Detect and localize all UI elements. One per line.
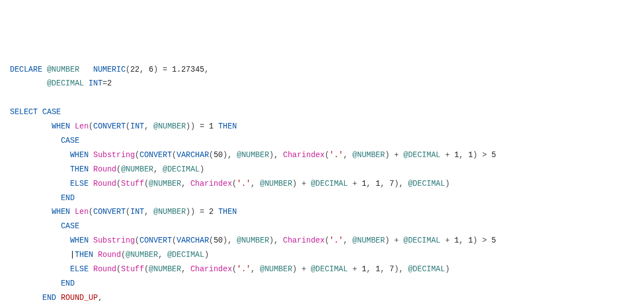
type: INT: [130, 207, 144, 216]
type: INT: [130, 122, 144, 131]
number: 22: [130, 65, 139, 74]
function: Substring: [93, 150, 135, 159]
punct: ,: [274, 236, 278, 245]
code-line: END ROUND_UP,: [10, 293, 102, 301]
type: CONVERT: [139, 236, 172, 245]
variable: @DECIMAL: [47, 79, 84, 88]
keyword: END: [61, 279, 74, 288]
keyword: WHEN: [70, 236, 89, 245]
code-line: WHEN Len(CONVERT(INT, @NUMBER)) = 1 THEN: [10, 122, 237, 131]
variable: @NUMBER: [154, 122, 186, 131]
number: 6: [149, 65, 153, 74]
type: INT: [89, 79, 102, 88]
number: 5: [491, 236, 496, 245]
punct: +: [353, 179, 357, 188]
type: NUMERIC: [93, 65, 126, 74]
punct: (: [135, 236, 139, 245]
code-line: WHEN Substring(CONVERT(VARCHAR(50), @NUM…: [10, 150, 496, 159]
punct: ): [293, 265, 297, 273]
punct: (: [144, 179, 149, 188]
punct: (: [116, 165, 121, 174]
keyword: ELSE: [70, 265, 89, 273]
punct: (: [324, 150, 329, 159]
type: VARCHAR: [176, 236, 209, 245]
variable: @DECIMAL: [167, 250, 204, 259]
punct: ,: [251, 265, 255, 273]
code-line: DECLARE @NUMBER NUMERIC(22, 6) = 1.27345…: [10, 65, 209, 74]
punct: ,: [153, 165, 158, 174]
punct: ,: [144, 122, 149, 131]
punct: ,: [380, 265, 385, 273]
keyword: CASE: [61, 222, 79, 230]
variable: @NUMBER: [353, 150, 385, 159]
function: Stuff: [121, 265, 144, 273]
code-line: END: [10, 279, 75, 288]
punct: ): [191, 207, 195, 216]
punct: ): [223, 236, 228, 245]
identifier: ROUND_UP: [61, 293, 98, 301]
punct: ,: [204, 65, 209, 74]
number: 1.27345: [172, 65, 204, 74]
punct: ,: [459, 150, 463, 159]
punct: ,: [144, 207, 149, 216]
punct: ): [385, 150, 389, 159]
code-block: DECLARE @NUMBER NUMERIC(22, 6) = 1.27345…: [10, 63, 634, 301]
variable: @DECIMAL: [311, 265, 348, 273]
punct: >: [482, 150, 486, 159]
type: CONVERT: [93, 207, 126, 216]
punct: (: [121, 250, 126, 259]
punct: ): [293, 179, 297, 188]
function: Stuff: [121, 179, 144, 188]
number: 1: [362, 179, 366, 188]
punct: (: [89, 207, 93, 216]
punct: (: [324, 236, 329, 245]
punct: ,: [380, 179, 385, 188]
punct: ,: [228, 236, 232, 245]
punct: +: [445, 150, 450, 159]
code-line: WHEN Substring(CONVERT(VARCHAR(50), @NUM…: [10, 236, 496, 245]
punct: (: [89, 122, 93, 131]
punct: ): [154, 65, 158, 74]
function: Charindex: [283, 150, 325, 159]
number: 1: [454, 150, 459, 159]
punct: ): [473, 236, 477, 245]
keyword: THEN: [70, 165, 89, 174]
variable: @DECIMAL: [408, 179, 445, 188]
keyword: THEN: [75, 250, 94, 259]
variable: @DECIMAL: [403, 150, 440, 159]
punct: =: [200, 207, 204, 216]
punct: (: [232, 265, 236, 273]
function: Round: [93, 179, 116, 188]
keyword: WHEN: [52, 122, 71, 131]
punct: ): [186, 207, 190, 216]
keyword: DECLARE: [10, 65, 42, 74]
keyword: END: [61, 194, 74, 202]
punct: ): [385, 236, 389, 245]
punct: ): [200, 165, 204, 174]
punct: >: [482, 236, 486, 245]
variable: @NUMBER: [149, 265, 181, 273]
code-line: @DECIMAL INT=2: [10, 79, 112, 88]
punct: ,: [98, 293, 102, 301]
punct: ): [473, 150, 477, 159]
code-line: THEN Round(@NUMBER, @DECIMAL): [10, 165, 204, 174]
punct: ,: [181, 265, 186, 273]
variable: @NUMBER: [47, 65, 79, 74]
function: Len: [75, 207, 89, 216]
keyword: END: [42, 293, 56, 301]
variable: @NUMBER: [237, 236, 269, 245]
function: Charindex: [191, 179, 232, 188]
function: Len: [75, 122, 89, 131]
punct: (: [116, 179, 121, 188]
variable: @DECIMAL: [311, 179, 348, 188]
code-line: SELECT CASE: [10, 108, 61, 116]
keyword: THEN: [218, 207, 237, 216]
number: 2: [107, 79, 111, 88]
code-line: ELSE Round(Stuff(@NUMBER, Charindex('.',…: [10, 179, 450, 188]
keyword: SELECT: [10, 108, 37, 116]
string: '.': [329, 236, 343, 245]
punct: ,: [343, 150, 348, 159]
string: '.': [237, 179, 251, 188]
punct: ,: [366, 265, 371, 273]
punct: +: [394, 150, 398, 159]
